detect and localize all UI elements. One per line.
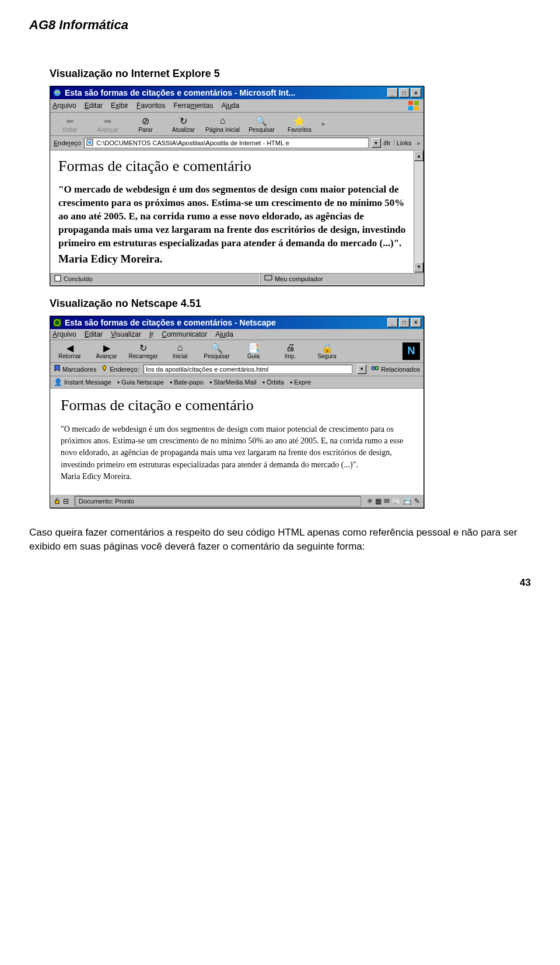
page-icon — [86, 139, 94, 147]
security-button[interactable]: 🔒Segura — [311, 342, 343, 359]
back-button[interactable]: ◀Retornar — [54, 342, 86, 359]
menu-ir[interactable]: Ir — [149, 330, 153, 338]
print-button[interactable]: 🖨Imp. — [274, 342, 306, 359]
link-orbita[interactable]: ▪ Órbita — [262, 378, 284, 386]
link-guia-netscape[interactable]: ▪ Guia Netscape — [117, 378, 164, 386]
home-button[interactable]: ⌂Inicial — [164, 342, 196, 359]
links-label[interactable]: Links — [394, 139, 414, 146]
home-icon: ⌂ — [177, 342, 183, 353]
link-bate-papo[interactable]: ▪ Bate-papo — [170, 378, 204, 386]
address-input[interactable]: los da apostila/citações e comentários.h… — [144, 365, 352, 374]
section-title-ie: Visualização no Internet Explore 5 — [50, 68, 531, 80]
ns-personal-bar: 👤 Instant Message ▪ Guia Netscape ▪ Bate… — [50, 376, 424, 389]
menu-communicator[interactable]: Communicator — [162, 330, 207, 338]
person-icon: 👤 — [54, 378, 62, 386]
scrollbar[interactable]: ▲ ▼ — [414, 151, 424, 272]
ie-icon — [52, 88, 62, 97]
ns-bookmark-bar: Marcadores Endereço: los da apostila/cit… — [50, 363, 424, 376]
addressbook-icon[interactable]: 📇 — [403, 497, 412, 505]
arrow-left-icon: ⬅ — [64, 115, 76, 127]
refresh-icon: ↻ — [178, 115, 190, 127]
scroll-down-icon[interactable]: ▼ — [414, 262, 424, 272]
composer-icon[interactable]: ✎ — [414, 497, 420, 505]
related-button[interactable]: Relacionados — [371, 365, 420, 373]
ns-title-text: Esta são formas de citações e comentário… — [65, 318, 387, 327]
chevron-right-icon[interactable]: » — [321, 121, 325, 127]
content-quote: "O mercado de webdesign é um dos segment… — [61, 424, 413, 471]
guide-button[interactable]: 📑Guia — [237, 342, 270, 359]
ie-window: Esta são formas de citações e comentário… — [50, 86, 424, 286]
address-input[interactable]: C:\DOCUMENTOS CASSIA\Apostilas\Apostila … — [84, 138, 368, 148]
link-instant-message[interactable]: 👤 Instant Message — [54, 378, 111, 386]
menu-favoritos[interactable]: Favoritos — [136, 102, 165, 110]
menu-ajuda[interactable]: Ajuda — [215, 330, 233, 338]
reload-icon: ↻ — [139, 342, 147, 353]
address-label: Endereço: — [101, 365, 139, 373]
svg-rect-8 — [265, 275, 272, 280]
bookmark-icon: ▪ — [170, 378, 172, 386]
refresh-button[interactable]: ↻Atualizar — [167, 115, 200, 133]
ie-statusbar: Concluído Meu computador — [50, 272, 424, 285]
reload-button[interactable]: ↻Recarregar — [127, 342, 159, 359]
go-button[interactable]: ∂Ir — [384, 139, 391, 146]
menu-exibir[interactable]: Exibir — [111, 102, 128, 110]
address-dropdown[interactable]: ▼ — [357, 365, 366, 374]
bookmark-icon — [54, 365, 61, 373]
news-icon[interactable]: 📰 — [392, 497, 401, 505]
link-starmedia[interactable]: ▪ StarMedia Mail — [209, 378, 257, 386]
bookmarks-button[interactable]: Marcadores — [54, 365, 96, 373]
home-icon: ⌂ — [216, 115, 228, 127]
ie-titlebar: Esta são formas de citações e comentário… — [50, 86, 424, 99]
search-button[interactable]: 🔍Pesquisar — [201, 342, 233, 359]
menu-editar[interactable]: Editar — [85, 102, 103, 110]
bookmark-icon: ▪ — [209, 378, 212, 386]
back-button[interactable]: ⬅Voltar — [54, 115, 86, 133]
home-button[interactable]: ⌂Página inicial — [205, 115, 240, 133]
section-title-ns: Visualização no Netscape 4.51 — [50, 298, 531, 310]
content-quote: "O mercado de webdesign é um dos segment… — [58, 183, 414, 250]
forward-button[interactable]: ➡Avançar — [92, 115, 124, 133]
content-heading: Formas de citação e comentário — [61, 397, 413, 414]
menu-ferramentas[interactable]: Ferramentas — [173, 102, 213, 110]
minimize-button[interactable]: _ — [387, 88, 398, 97]
menu-arquivo[interactable]: Arquivo — [52, 102, 76, 110]
page-header: AG8 Informática — [29, 18, 531, 33]
nav-icon[interactable]: ▦ — [375, 497, 382, 505]
mail-icon[interactable]: ✉ — [384, 497, 390, 505]
menu-ajuda[interactable]: Ajuda — [222, 102, 240, 110]
svg-point-13 — [375, 366, 379, 370]
chevron-right-icon[interactable]: » — [416, 140, 420, 146]
link-expre[interactable]: ▪ Expre — [290, 378, 311, 386]
svg-point-0 — [54, 89, 61, 96]
maximize-button[interactable]: □ — [399, 318, 410, 327]
ns-statusbar: ⊟ Documento: Pronto ✳ ▦ ✉ 📰 📇 ✎ — [50, 494, 424, 508]
star-icon: ⭐ — [293, 115, 305, 127]
scroll-up-icon[interactable]: ▲ — [414, 151, 424, 161]
address-dropdown[interactable]: ▼ — [372, 138, 381, 148]
minimize-button[interactable]: _ — [387, 318, 398, 327]
favorites-button[interactable]: ⭐Favoritos — [284, 115, 316, 133]
search-icon: 🔍 — [211, 342, 223, 353]
sparkle-icon[interactable]: ✳ — [367, 497, 373, 505]
status-mycomp: Meu computador — [275, 275, 323, 282]
svg-rect-9 — [267, 280, 270, 281]
windows-logo-icon — [407, 100, 421, 111]
ie-menubar: Arquivo Editar Exibir Favoritos Ferramen… — [50, 99, 424, 113]
ns-content: Formas de citação e comentário "O mercad… — [50, 389, 424, 494]
maximize-button[interactable]: □ — [399, 88, 410, 97]
close-button[interactable]: × — [411, 88, 421, 97]
svg-rect-14 — [55, 501, 59, 504]
svg-rect-3 — [408, 106, 413, 110]
forward-button[interactable]: ▶Avançar — [90, 342, 123, 359]
arrow-left-icon: ◀ — [66, 342, 74, 353]
netscape-icon — [52, 318, 62, 327]
menu-editar[interactable]: Editar — [85, 330, 103, 338]
ie-toolbar: ⬅Voltar ➡Avançar ⊘Parar ↻Atualizar ⌂Pági… — [50, 113, 424, 136]
stop-button[interactable]: ⊘Parar — [130, 115, 162, 133]
close-button[interactable]: × — [411, 318, 421, 327]
menu-visualizar[interactable]: Visualizar — [111, 330, 141, 338]
search-button[interactable]: 🔍Pesquisar — [246, 115, 278, 133]
ie-content: Formas de citação e comentário "O mercad… — [58, 158, 414, 265]
ns-menubar: Arquivo Editar Visualizar Ir Communicato… — [50, 329, 424, 340]
menu-arquivo[interactable]: Arquivo — [52, 330, 76, 338]
